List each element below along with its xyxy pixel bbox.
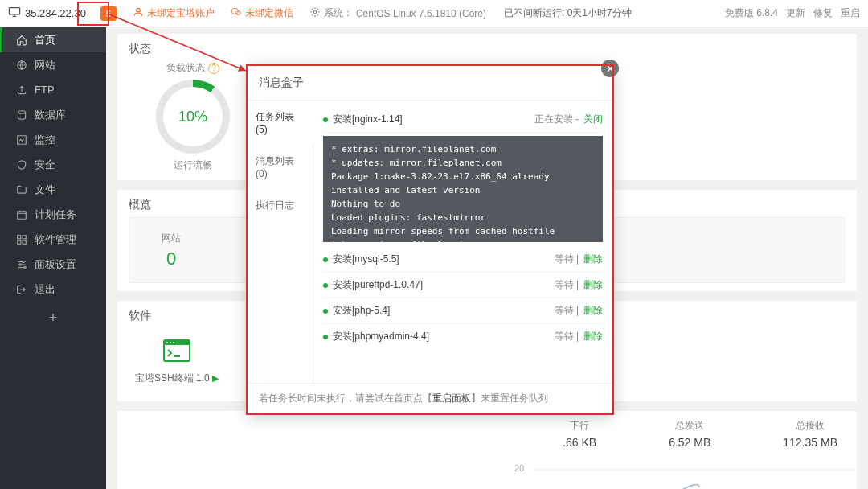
sidebar-item-settings[interactable]: 面板设置 (0, 252, 106, 277)
monitor-icon (8, 7, 21, 19)
bind-account-link[interactable]: 未绑定宝塔账户 (133, 6, 215, 20)
svg-point-22 (173, 342, 174, 343)
svg-point-21 (170, 342, 171, 343)
update-link[interactable]: 更新 (786, 6, 805, 20)
sidebar-item-monitor[interactable]: 监控 (0, 127, 106, 152)
task-status: 等待 | (555, 304, 579, 318)
grid-icon (16, 234, 27, 245)
task-status: 等待 | (555, 278, 579, 292)
calendar-icon (16, 209, 27, 220)
task-row: 安装[mysql-5.5]等待 | 删除 (323, 247, 603, 273)
task-name-text: 安装[phpmyadmin-4.4] (333, 330, 429, 343)
traffic-down: 下行.66 KB (563, 419, 596, 449)
sidebar-item-database[interactable]: 数据库 (0, 102, 106, 127)
message-modal: 消息盒子 ✕ 任务列表(5) 消息列表(0) 执行日志 安装[nginx-1.1… (248, 66, 612, 413)
task-action-link[interactable]: 删除 (583, 304, 603, 318)
overview-site[interactable]: 网站 0 (162, 232, 181, 269)
modal-header: 消息盒子 ✕ (248, 66, 612, 101)
modal-tab-messages[interactable]: 消息列表(0) (248, 145, 313, 189)
modal-tab-tasks[interactable]: 任务列表(5) (248, 101, 313, 145)
chart-icon (16, 134, 27, 146)
sidebar-item-files[interactable]: 文件 (0, 177, 106, 202)
repair-link[interactable]: 修复 (813, 6, 833, 20)
svg-point-20 (166, 342, 168, 343)
globe-icon (16, 60, 27, 71)
modal-tab-log[interactable]: 执行日志 (248, 189, 313, 222)
sidebar-item-software[interactable]: 软件管理 (0, 227, 106, 252)
sidebar-item-security[interactable]: 安全 (0, 152, 106, 177)
task-name-text: 安装[php-5.4] (333, 304, 390, 318)
status-title: 状态 (129, 42, 845, 56)
top-bar: 35.234.22.30 5 未绑定宝塔账户 未绑定微信 系统： CentOS … (0, 0, 868, 27)
sidebar-item-home[interactable]: 首页 (0, 27, 106, 52)
svg-rect-11 (18, 235, 21, 238)
svg-point-15 (23, 261, 24, 262)
task-status: 正在安装 - (534, 113, 579, 126)
svg-rect-10 (18, 211, 27, 218)
software-item-ssh[interactable]: 宝塔SSH终端 1.0▶ (135, 336, 219, 385)
svg-point-3 (137, 8, 141, 12)
task-row: 安装[phpmyadmin-4.4]等待 | 删除 (323, 324, 603, 349)
sidebar-item-cron[interactable]: 计划任务 (0, 202, 106, 227)
log-line: Nothing to do (331, 197, 595, 211)
shield-icon (16, 159, 27, 171)
modal-content: 安装[nginx-1.14]正在安装 - 关闭* extras: mirror.… (313, 101, 612, 383)
task-status: 等待 | (555, 253, 579, 266)
uptime-text: 已不间断运行: 0天1小时7分钟 (504, 6, 632, 20)
task-status: 等待 | (555, 330, 579, 343)
logout-icon (16, 284, 27, 295)
sliders-icon (16, 259, 27, 270)
task-action-link[interactable]: 关闭 (583, 113, 603, 126)
traffic-panel: 下行.66 KB 总发送6.52 MB 总接收112.35 MB 20 15 (117, 411, 857, 489)
task-action-link[interactable]: 删除 (583, 278, 603, 292)
traffic-recv: 总接收112.35 MB (783, 419, 837, 449)
log-line: Loading mirror speeds from cached hostfi… (331, 224, 595, 238)
gear-icon (309, 6, 321, 20)
help-icon[interactable]: ? (208, 63, 219, 74)
task-row: 安装[php-5.4]等待 | 删除 (323, 298, 603, 324)
folder-icon (16, 184, 27, 195)
svg-point-8 (18, 110, 25, 113)
task-name-text: 安装[nginx-1.14] (333, 113, 403, 126)
task-row: 安装[nginx-1.14]正在安装 - 关闭 (323, 107, 603, 133)
sidebar-item-ftp[interactable]: FTP (0, 77, 106, 102)
host-ip: 35.234.22.30 (8, 7, 86, 19)
log-line: * extras: mirror.fileplanet.com (331, 142, 595, 156)
task-action-link[interactable]: 删除 (583, 253, 603, 266)
version-text: 免费版 6.8.4 (725, 6, 778, 20)
sidebar-item-site[interactable]: 网站 (0, 52, 106, 77)
status-dot-icon (323, 283, 328, 288)
sidebar-item-logout[interactable]: 退出 (0, 277, 106, 302)
status-dot-icon (323, 257, 328, 262)
log-line: Package 1:make-3.82-23.el7.x86_64 alread… (331, 170, 595, 197)
modal-tabs: 任务列表(5) 消息列表(0) 执行日志 (248, 101, 313, 383)
status-dot-icon (323, 309, 328, 314)
message-count-badge[interactable]: 5 (100, 6, 117, 21)
sidebar-add[interactable]: + (0, 310, 106, 327)
svg-point-6 (313, 10, 317, 14)
install-log[interactable]: * extras: mirror.fileplanet.com* updates… (323, 136, 603, 242)
svg-point-17 (24, 266, 26, 268)
log-line: Loaded plugins: fastestmirror (331, 211, 595, 224)
top-right-links: 免费版 6.8.4 更新 修复 重启 (725, 6, 860, 20)
bind-wechat-link[interactable]: 未绑定微信 (231, 6, 293, 20)
status-dot-icon (323, 335, 328, 339)
task-name-text: 安装[pureftpd-1.0.47] (333, 278, 423, 292)
system-info: 系统： CentOS Linux 7.6.1810 (Core) (309, 6, 486, 20)
traffic-chart: 20 15 (129, 454, 845, 489)
database-icon (16, 109, 27, 121)
task-action-link[interactable]: 删除 (583, 330, 603, 343)
load-gauge: 负载状态? 10% 运行流畅 (129, 61, 257, 172)
task-row: 安装[pureftpd-1.0.47]等待 | 删除 (323, 273, 603, 298)
modal-close-button[interactable]: ✕ (601, 60, 619, 77)
message-badge-box[interactable]: 5 (100, 6, 117, 21)
modal-footer: 若任务长时间未执行，请尝试在首页点【重启面板】来重置任务队列 (248, 383, 612, 413)
svg-rect-12 (23, 235, 26, 238)
ftp-icon (16, 84, 27, 96)
status-dot-icon (323, 117, 328, 122)
ip-text: 35.234.22.30 (25, 7, 86, 19)
log-line: * updates: mirror.fileplanet.com (331, 156, 595, 170)
restart-link[interactable]: 重启 (841, 6, 860, 20)
home-icon (16, 35, 27, 46)
log-line: * base: mirror.fileplanet.com (331, 238, 595, 242)
